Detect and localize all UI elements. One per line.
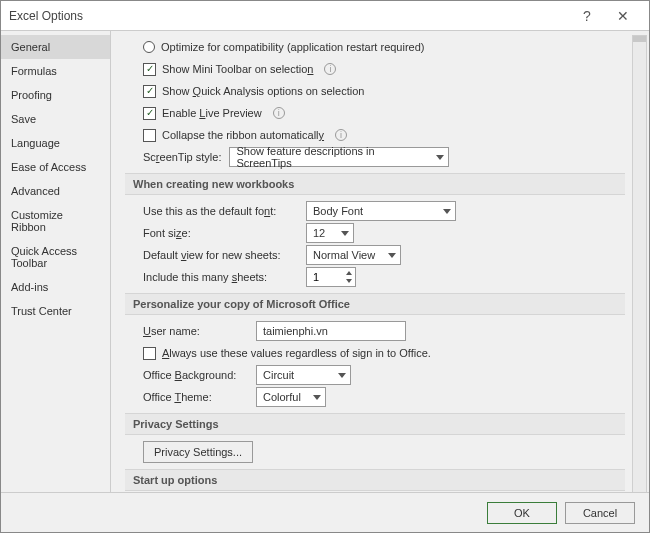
vertical-scrollbar[interactable] [632, 35, 647, 492]
section-privacy: Privacy Settings [125, 413, 625, 435]
default-font-row: Use this as the default font: Body Font [143, 201, 625, 221]
content-area: General Formulas Proofing Save Language … [1, 31, 649, 492]
quick-analysis-row: Show Quick Analysis options on selection [143, 81, 625, 101]
mini-toolbar-label: Show Mini Toolbar on selection [162, 63, 313, 75]
office-bg-row: Office Background: Circuit [143, 365, 625, 385]
category-sidebar: General Formulas Proofing Save Language … [1, 31, 111, 492]
sidebar-item-general[interactable]: General [1, 35, 110, 59]
sidebar-item-ease-of-access[interactable]: Ease of Access [1, 155, 110, 179]
section-new-workbooks: When creating new workbooks [125, 173, 625, 195]
sidebar-item-formulas[interactable]: Formulas [1, 59, 110, 83]
always-use-checkbox[interactable] [143, 347, 156, 360]
close-button[interactable]: ✕ [605, 2, 641, 30]
excel-options-dialog: Excel Options ? ✕ General Formulas Proof… [0, 0, 650, 533]
mini-toolbar-row: Show Mini Toolbar on selection i [143, 59, 625, 79]
office-bg-select[interactable]: Circuit [256, 365, 351, 385]
cancel-button[interactable]: Cancel [565, 502, 635, 524]
live-preview-checkbox[interactable] [143, 107, 156, 120]
info-icon[interactable]: i [335, 129, 347, 141]
screentip-style-label: ScreenTip style: [143, 151, 221, 163]
include-sheets-row: Include this many sheets: 1 [143, 267, 625, 287]
dialog-footer: OK Cancel [1, 492, 649, 532]
sidebar-item-trust-center[interactable]: Trust Center [1, 299, 110, 323]
live-preview-label: Enable Live Preview [162, 107, 262, 119]
default-font-select[interactable]: Body Font [306, 201, 456, 221]
default-view-select[interactable]: Normal View [306, 245, 401, 265]
privacy-settings-button[interactable]: Privacy Settings... [143, 441, 253, 463]
sidebar-item-quick-access-toolbar[interactable]: Quick Access Toolbar [1, 239, 110, 275]
font-size-row: Font size: 12 [143, 223, 625, 243]
sidebar-item-save[interactable]: Save [1, 107, 110, 131]
annotation-arrow-icon [431, 491, 591, 492]
quick-analysis-label: Show Quick Analysis options on selection [162, 85, 364, 97]
default-font-label: Use this as the default font: [143, 205, 298, 217]
screentip-style-select[interactable]: Show feature descriptions in ScreenTips [229, 147, 449, 167]
info-icon[interactable]: i [324, 63, 336, 75]
collapse-ribbon-label: Collapse the ribbon automatically [162, 129, 324, 141]
ok-button[interactable]: OK [487, 502, 557, 524]
titlebar: Excel Options ? ✕ [1, 1, 649, 31]
optimize-compat-label: Optimize for compatibility (application … [161, 41, 425, 53]
privacy-button-row: Privacy Settings... [143, 441, 625, 463]
collapse-ribbon-row: Collapse the ribbon automatically i [143, 125, 625, 145]
include-sheets-spinner[interactable]: 1 [306, 267, 356, 287]
font-size-select[interactable]: 12 [306, 223, 354, 243]
live-preview-row: Enable Live Preview i [143, 103, 625, 123]
default-view-label: Default view for new sheets: [143, 249, 298, 261]
sidebar-item-proofing[interactable]: Proofing [1, 83, 110, 107]
main-panel: Optimize for compatibility (application … [111, 31, 649, 492]
office-theme-select[interactable]: Colorful [256, 387, 326, 407]
sidebar-item-customize-ribbon[interactable]: Customize Ribbon [1, 203, 110, 239]
section-startup: Start up options [125, 469, 625, 491]
include-sheets-label: Include this many sheets: [143, 271, 298, 283]
optimize-compat-row: Optimize for compatibility (application … [143, 37, 625, 57]
office-bg-label: Office Background: [143, 369, 248, 381]
scroll-thumb[interactable] [633, 36, 646, 42]
username-label: User name: [143, 325, 248, 337]
always-use-label: Always use these values regardless of si… [162, 347, 431, 359]
always-use-row: Always use these values regardless of si… [143, 343, 625, 363]
username-row: User name: taimienphi.vn [143, 321, 625, 341]
info-icon[interactable]: i [273, 107, 285, 119]
font-size-label: Font size: [143, 227, 298, 239]
optimize-compat-radio[interactable] [143, 41, 155, 53]
default-view-row: Default view for new sheets: Normal View [143, 245, 625, 265]
screentip-style-row: ScreenTip style: Show feature descriptio… [143, 147, 625, 167]
section-personalize: Personalize your copy of Microsoft Offic… [125, 293, 625, 315]
username-input[interactable]: taimienphi.vn [256, 321, 406, 341]
sidebar-item-advanced[interactable]: Advanced [1, 179, 110, 203]
mini-toolbar-checkbox[interactable] [143, 63, 156, 76]
office-theme-row: Office Theme: Colorful [143, 387, 625, 407]
sidebar-item-language[interactable]: Language [1, 131, 110, 155]
collapse-ribbon-checkbox[interactable] [143, 129, 156, 142]
help-button[interactable]: ? [569, 2, 605, 30]
quick-analysis-checkbox[interactable] [143, 85, 156, 98]
office-theme-label: Office Theme: [143, 391, 248, 403]
dialog-title: Excel Options [9, 9, 569, 23]
sidebar-item-addins[interactable]: Add-ins [1, 275, 110, 299]
